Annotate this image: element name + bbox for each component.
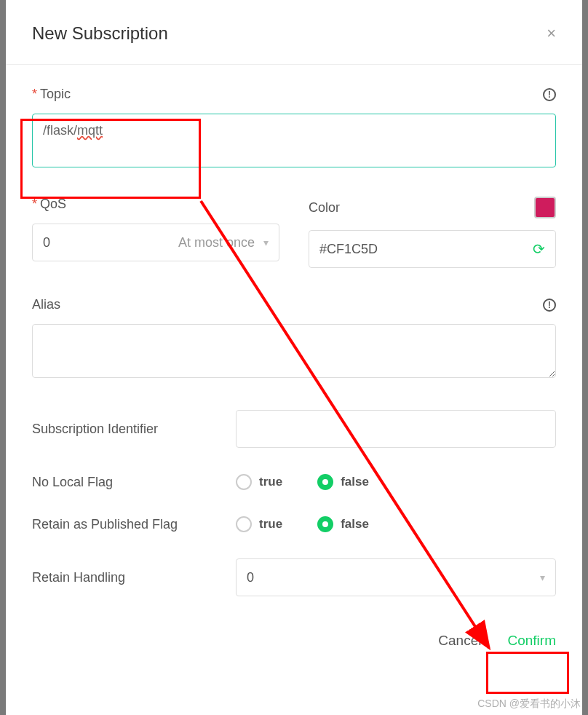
qos-select[interactable]: 0 At most once ▾: [32, 224, 279, 261]
color-swatch[interactable]: [534, 197, 556, 218]
info-icon[interactable]: !: [543, 299, 556, 312]
watermark: CSDN @爱看书的小沐: [477, 698, 581, 711]
qos-label: QoS: [40, 197, 66, 211]
qos-hint: At most once: [178, 235, 255, 250]
radio-icon: [236, 516, 252, 532]
qos-col: *QoS 0 At most once ▾: [32, 197, 279, 268]
subscription-dialog: New Subscription × *Topic ! /flask/mqtt …: [6, 0, 582, 715]
alias-label: Alias: [32, 297, 60, 312]
retain-handling-value: 0: [247, 570, 254, 585]
radio-icon-checked: [317, 474, 333, 490]
cancel-button[interactable]: Cancel: [438, 633, 481, 649]
color-label: Color: [309, 200, 340, 216]
topic-row: *Topic ! /flask/mqtt: [32, 87, 556, 167]
no-local-false[interactable]: false: [317, 474, 369, 490]
radio-false-label: false: [341, 517, 369, 532]
chevron-down-icon: ▾: [263, 237, 269, 248]
close-icon[interactable]: ×: [547, 25, 556, 42]
chevron-down-icon: ▾: [540, 572, 545, 583]
dialog-footer: Cancel Confirm: [6, 624, 582, 662]
no-local-true[interactable]: true: [236, 474, 282, 490]
sub-id-input[interactable]: [236, 410, 556, 448]
color-col: Color #CF1C5D ⟳: [309, 197, 556, 268]
alias-label-row: Alias !: [32, 297, 556, 312]
sub-id-row: Subscription Identifier: [32, 410, 556, 448]
sub-id-label: Subscription Identifier: [32, 422, 236, 437]
dialog-title: New Subscription: [32, 23, 168, 44]
color-label-row: Color: [309, 197, 556, 218]
retain-pub-row: Retain as Published Flag true false: [32, 516, 556, 532]
alias-row: Alias !: [32, 297, 556, 381]
retain-pub-radio-group: true false: [236, 516, 369, 532]
retain-pub-false[interactable]: false: [317, 516, 369, 532]
radio-icon: [236, 474, 252, 490]
topic-value-prefix: /flask/: [43, 123, 77, 138]
topic-label-row: *Topic !: [32, 87, 556, 102]
qos-color-row: *QoS 0 At most once ▾ Color #CF1C5D: [32, 197, 556, 268]
retain-handling-select[interactable]: 0 ▾: [236, 558, 556, 596]
alias-input[interactable]: [32, 324, 556, 378]
topic-label: Topic: [40, 87, 71, 101]
confirm-button[interactable]: Confirm: [507, 633, 556, 649]
color-input[interactable]: #CF1C5D ⟳: [309, 230, 556, 268]
radio-true-label: true: [259, 475, 282, 489]
no-local-label: No Local Flag: [32, 475, 236, 490]
color-value: #CF1C5D: [319, 242, 378, 257]
radio-icon-checked: [317, 516, 333, 532]
retain-handling-row: Retain Handling 0 ▾: [32, 558, 556, 596]
no-local-radio-group: true false: [236, 474, 369, 490]
retain-handling-label: Retain Handling: [32, 570, 236, 585]
qos-value: 0: [43, 235, 50, 250]
retain-pub-true[interactable]: true: [236, 516, 282, 532]
dialog-body: *Topic ! /flask/mqtt *QoS 0 At most once…: [6, 65, 582, 624]
qos-label-row: *QoS: [32, 197, 279, 212]
topic-input[interactable]: /flask/mqtt: [32, 114, 556, 167]
topic-value-spell: mqtt: [77, 123, 103, 138]
radio-true-label: true: [259, 517, 282, 532]
info-icon[interactable]: !: [543, 88, 556, 101]
no-local-row: No Local Flag true false: [32, 474, 556, 490]
dialog-header: New Subscription ×: [6, 0, 582, 65]
retain-pub-label: Retain as Published Flag: [32, 517, 236, 532]
radio-false-label: false: [341, 475, 369, 489]
refresh-icon[interactable]: ⟳: [533, 240, 545, 258]
